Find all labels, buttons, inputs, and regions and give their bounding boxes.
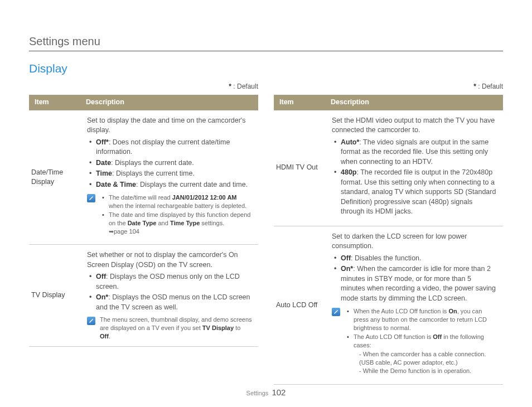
list-item: Off*: Does not display the current date/… <box>89 138 253 157</box>
option-list: Off: Disables the function. On*: When th… <box>332 254 497 304</box>
list-item: The Auto LCD Off function is Off in the … <box>347 333 497 375</box>
footer-section-label: Settings <box>246 390 269 396</box>
table-row: Auto LCD Off Set to darken the LCD scree… <box>274 226 503 384</box>
opt-text: : The video signals are output in the sa… <box>341 138 489 166</box>
list-item: While the Demo function is in operation. <box>359 367 497 375</box>
list-item: When the Auto LCD Off function is On, yo… <box>347 307 497 332</box>
list-item: Off: Disables the function. <box>334 254 497 264</box>
table-row: TV Display Set whether or not to display… <box>29 245 258 347</box>
list-item: On*: When the camcorder is idle for more… <box>334 264 497 303</box>
item-hdmi-tv-out: HDMI TV Out <box>274 110 325 226</box>
opt-text: : Displays the OSD menus on the LCD scre… <box>96 293 250 311</box>
note-sublist: When the camcorder has a cable connectio… <box>354 350 497 375</box>
header-item: Item <box>29 95 80 110</box>
opt-label: Off* <box>96 138 109 146</box>
page-footer: Settings 102 <box>0 386 532 398</box>
list-item: When the camcorder has a cable connectio… <box>359 350 497 367</box>
list-item: Time: Displays the current time. <box>89 169 253 179</box>
page-title: Settings menu <box>29 33 503 49</box>
note-block: The menu screen, thumbnail display, and … <box>87 316 253 341</box>
section-title: Display <box>29 60 503 76</box>
default-text: : Default <box>231 83 258 90</box>
left-column: * : Default Item Description Date/Time D… <box>29 82 258 385</box>
note-content: The date/time will read JAN/01/2012 12:0… <box>100 193 253 239</box>
note-icon <box>87 194 95 202</box>
header-item: Item <box>274 95 325 110</box>
default-note-left: * : Default <box>29 82 258 91</box>
item-tv-display: TV Display <box>29 245 80 347</box>
desc-date-time-display: Set to display the date and time on the … <box>80 110 258 245</box>
right-table: Item Description HDMI TV Out Set the HDM… <box>274 95 503 385</box>
option-list: Off*: Does not display the current date/… <box>87 138 253 190</box>
title-divider <box>29 51 503 51</box>
list-item: The date/time will read JAN/01/2012 12:0… <box>102 193 253 210</box>
option-list: Off: Displays the OSD menus only on the … <box>87 272 253 312</box>
note-block: When the Auto LCD Off function is On, yo… <box>332 307 497 379</box>
intro-text: Set the HDMI video output to match the T… <box>332 116 497 135</box>
default-note-right: * : Default <box>274 82 503 91</box>
desc-auto-lcd-off: Set to darken the LCD screen for low pow… <box>325 226 503 384</box>
list-item: Date: Displays the current date. <box>89 158 253 168</box>
opt-text: : The recorded file is output in the 720… <box>341 168 496 215</box>
intro-text: Set to darken the LCD screen for low pow… <box>332 232 497 251</box>
list-item: Auto*: The video signals are output in t… <box>334 138 497 167</box>
table-row: Date/Time Display Set to display the dat… <box>29 110 258 245</box>
desc-hdmi-tv-out: Set the HDMI video output to match the T… <box>325 110 503 226</box>
list-item: The date and time displayed by this func… <box>102 211 253 236</box>
item-date-time-display: Date/Time Display <box>29 110 80 245</box>
left-table: Item Description Date/Time Display Set t… <box>29 95 258 347</box>
note-icon <box>332 308 340 316</box>
opt-text: : When the camcorder is idle for more th… <box>341 265 496 302</box>
intro-text: Set to display the date and time on the … <box>87 116 253 135</box>
opt-text: : Does not display the current date/time… <box>96 138 230 156</box>
opt-label: 480p <box>341 168 357 176</box>
opt-label: On* <box>341 265 353 273</box>
option-list: Auto*: The video signals are output in t… <box>332 138 497 217</box>
item-auto-lcd-off: Auto LCD Off <box>274 226 325 384</box>
opt-label: Date & Time <box>96 181 136 188</box>
header-description: Description <box>325 95 503 110</box>
note-icon <box>87 317 95 325</box>
intro-text: Set whether or not to display the camcor… <box>87 250 253 270</box>
opt-label: Date <box>96 159 111 167</box>
list-item: On*: Displays the OSD menus on the LCD s… <box>89 293 253 312</box>
list-item: 480p: The recorded file is output in the… <box>334 168 497 217</box>
opt-label: Off <box>96 273 106 280</box>
opt-label: Off <box>341 254 351 262</box>
columns: * : Default Item Description Date/Time D… <box>29 82 503 385</box>
opt-label: On* <box>96 293 108 301</box>
opt-text: : Displays the current date and time. <box>136 181 248 188</box>
opt-label: Auto* <box>341 138 359 146</box>
header-description: Description <box>80 95 258 110</box>
right-column: * : Default Item Description HDMI TV Out… <box>274 82 503 385</box>
note-block: The date/time will read JAN/01/2012 12:0… <box>87 193 253 239</box>
opt-text: : Displays the OSD menus only on the LCD… <box>96 273 240 290</box>
list-item: Off: Displays the OSD menus only on the … <box>89 272 253 292</box>
opt-text: : Displays the current time. <box>112 169 195 177</box>
table-row: HDMI TV Out Set the HDMI video output to… <box>274 110 503 226</box>
opt-text: : Disables the function. <box>351 254 421 262</box>
list-item: Date & Time: Displays the current date a… <box>89 180 253 190</box>
opt-text: : Displays the current date. <box>111 159 194 167</box>
note-content: The menu screen, thumbnail display, and … <box>100 316 253 341</box>
default-text: : Default <box>476 83 503 90</box>
page-number: 102 <box>272 387 286 397</box>
note-content: When the Auto LCD Off function is On, yo… <box>345 307 497 379</box>
desc-tv-display: Set whether or not to display the camcor… <box>80 245 258 347</box>
opt-label: Time <box>96 169 112 177</box>
